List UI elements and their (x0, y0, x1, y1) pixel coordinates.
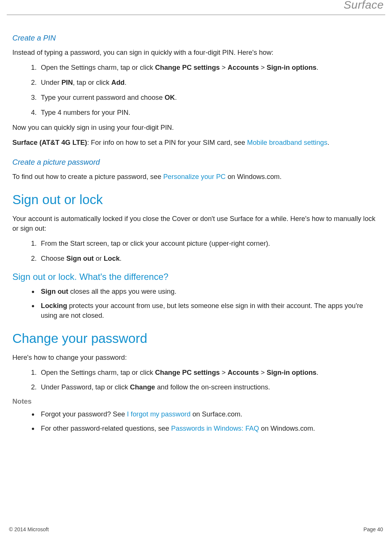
list-item: For other password-related questions, se… (39, 424, 380, 433)
bold: Change PC settings (155, 368, 220, 376)
heading-picture-password: Create a picture password (12, 158, 380, 167)
text: . (328, 138, 329, 146)
text: > (259, 368, 267, 376)
bold: Locking (41, 302, 67, 310)
heading-change-password: Change your password (12, 331, 380, 346)
text: . (175, 93, 177, 101)
pin-intro: Instead of typing a password, you can si… (12, 48, 380, 57)
change-intro: Here's how to change your password: (12, 353, 380, 362)
signout-intro: Your account is automatically locked if … (12, 214, 380, 233)
page-header: Surface (7, 0, 385, 15)
list-item: Open the Settings charm, tap or click Ch… (39, 368, 380, 377)
text: on Windows.com. (259, 424, 315, 432)
text: , tap or click (73, 78, 111, 86)
brand-logo: Surface (344, 0, 384, 11)
text: Forgot your password? See (41, 410, 127, 418)
pin-lte-note: Surface (AT&T 4G LTE): For info on how t… (12, 138, 380, 147)
text: protects your account from use, but lets… (41, 302, 363, 319)
bold: Accounts (227, 368, 259, 376)
heading-sign-out-lock: Sign out or lock (12, 192, 380, 207)
bold: OK (165, 93, 175, 101)
text: . (120, 254, 121, 262)
bold: Lock (104, 254, 120, 262)
text: or (94, 254, 103, 262)
text: on Surface.com. (190, 410, 242, 418)
text: closes all the apps you were using. (68, 287, 177, 295)
link-forgot-password[interactable]: I forgot my password (127, 410, 191, 418)
bold: Change (130, 383, 155, 391)
text: > (220, 368, 228, 376)
text: Under (41, 78, 61, 86)
bold: PIN (61, 78, 73, 86)
list-item: Type your current password and choose OK… (39, 93, 380, 102)
bold: Surface (AT&T 4G LTE) (12, 138, 87, 146)
page-content: Create a PIN Instead of typing a passwor… (0, 15, 392, 536)
text: . (317, 368, 319, 376)
list-item: Sign out closes all the apps you were us… (39, 287, 380, 296)
signout-steps: From the Start screen, tap or click your… (12, 239, 380, 263)
bold: Sign out (41, 287, 68, 295)
list-item: Choose Sign out or Lock. (39, 254, 380, 263)
bold: Accounts (227, 63, 259, 71)
list-item: Under Password, tap or click Change and … (39, 382, 380, 392)
footer-page-number: Page 40 (364, 526, 383, 532)
link-personalize-pc[interactable]: Personalize your PC (163, 173, 226, 180)
list-item: Forgot your password? See I forgot my pa… (39, 409, 380, 419)
text: Choose (41, 254, 66, 262)
bold: Sign-in options (267, 63, 317, 71)
page-footer: © 2014 Microsoft Page 40 (9, 526, 383, 532)
link-passwords-faq[interactable]: Passwords in Windows: FAQ (171, 424, 259, 432)
list-item: Type 4 numbers for your PIN. (39, 108, 380, 117)
list-item: Locking protects your account from use, … (39, 301, 380, 320)
text: . (125, 78, 127, 86)
text: . (317, 63, 319, 71)
text: To find out how to create a picture pass… (12, 173, 163, 180)
signout-difference-list: Sign out closes all the apps you were us… (12, 287, 380, 320)
text: Under Password, tap or click (41, 383, 130, 391)
bold: Change PC settings (155, 63, 220, 71)
text: on Windows.com. (226, 173, 281, 180)
link-mobile-broadband[interactable]: Mobile broadband settings (247, 138, 327, 146)
pin-after: Now you can quickly sign in using your f… (12, 123, 380, 132)
text: > (259, 63, 267, 71)
notes-list: Forgot your password? See I forgot my pa… (12, 409, 380, 433)
text: For other password-related questions, se… (41, 424, 171, 432)
text: and follow the on-screen instructions. (155, 383, 270, 391)
bold: Sign-in options (267, 368, 317, 376)
bold: Sign out (66, 254, 94, 262)
pin-steps: Open the Settings charm, tap or click Ch… (12, 63, 380, 117)
heading-create-pin: Create a PIN (12, 34, 380, 42)
text: Open the Settings charm, tap or click (41, 368, 155, 376)
text: : For info on how to set a PIN for your … (87, 138, 247, 146)
list-item: From the Start screen, tap or click your… (39, 239, 380, 248)
text: Open the Settings charm, tap or click (41, 63, 155, 71)
change-steps: Open the Settings charm, tap or click Ch… (12, 368, 380, 392)
notes-label: Notes (12, 397, 380, 406)
list-item: Open the Settings charm, tap or click Ch… (39, 63, 380, 72)
bold: Add (111, 78, 125, 86)
heading-signout-difference: Sign out or lock. What's the difference? (12, 272, 380, 282)
picture-password-text: To find out how to create a picture pass… (12, 172, 380, 182)
text: Type your current password and choose (41, 93, 165, 101)
text: > (220, 63, 228, 71)
list-item: Under PIN, tap or click Add. (39, 78, 380, 87)
footer-copyright: © 2014 Microsoft (9, 526, 49, 532)
